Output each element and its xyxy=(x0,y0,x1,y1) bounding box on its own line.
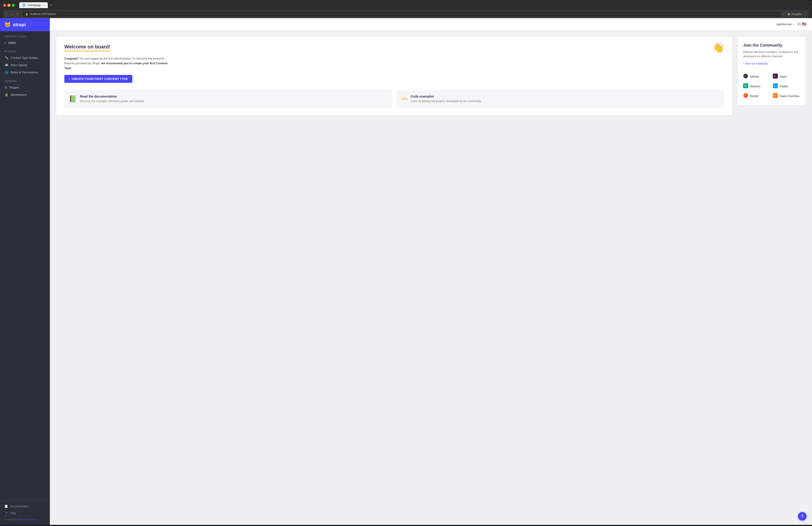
bookmark-icon[interactable]: ☆ xyxy=(783,12,785,16)
sidebar-item-content-type-builder[interactable]: ✏️ Content Type Builder xyxy=(0,54,50,61)
sidebar-item-content-type-builder-label: Content Type Builder xyxy=(11,56,38,60)
stackoverflow-label: Stack Overflow xyxy=(780,94,799,98)
svg-text:#: # xyxy=(774,74,775,78)
congrats-text: Congrats! You are logged as the first ad… xyxy=(64,56,173,70)
community-desc: Discuss with team members, contributors … xyxy=(743,50,800,59)
right-panel: paulbocuse ▾ EN 🇺🇸 Welcome on board! 👋 xyxy=(50,18,812,525)
forward-button[interactable]: › xyxy=(11,12,14,16)
sidebar-item-documentation-label: Documentation xyxy=(10,505,29,508)
sidebar-item-plugins[interactable]: ⊞ Plugins xyxy=(0,84,50,91)
sidebar-item-marketplace[interactable]: 🔒 Marketplace xyxy=(0,91,50,98)
tab-title: Homepage xyxy=(28,4,41,7)
refresh-button[interactable]: ↻ xyxy=(16,12,20,16)
community-title: Join the Community xyxy=(743,43,800,48)
code-card-desc: Learn by testing real projects developed… xyxy=(410,99,481,103)
svg-text:R: R xyxy=(744,94,746,97)
main-content: Welcome on board! 👋 Congrats! You are lo… xyxy=(50,30,812,525)
svg-text:⊙: ⊙ xyxy=(744,74,746,78)
address-bar[interactable]: 🔒 localhost:1337/admin/ xyxy=(23,11,780,17)
code-card-content: Code examples Learn by testing real proj… xyxy=(410,95,481,103)
docs-icon: 📗 xyxy=(69,95,77,103)
active-tab[interactable]: 🌐 Homepage ✕ xyxy=(19,2,48,8)
congrats-prefix: Congrats! xyxy=(64,57,78,60)
username-text: paulbocuse xyxy=(777,22,792,26)
strapi-version-link[interactable]: Strapi v3.0.0-next.33 xyxy=(17,518,38,521)
create-btn-arrow: › xyxy=(69,77,70,80)
lock-sidebar-icon: 🔒 xyxy=(4,93,9,96)
help-fab-button[interactable]: ? xyxy=(798,512,807,521)
github-link[interactable]: ⊙ GitHub xyxy=(743,74,770,80)
browser-chrome: 🌐 Homepage ✕ + ‹ › ↻ 🔒 localhost:1337/ad… xyxy=(0,0,812,18)
medium-label: Medium xyxy=(750,85,760,88)
address-bar-row: ‹ › ↻ 🔒 localhost:1337/admin/ ☆ 🕵️ Incog… xyxy=(3,10,809,18)
tab-bar: 🌐 Homepage ✕ + xyxy=(19,2,53,8)
sidebar-item-users[interactable]: Users xyxy=(0,39,50,46)
back-button[interactable]: ‹ xyxy=(5,12,9,16)
sidebar-item-marketplace-label: Marketplace xyxy=(11,93,27,96)
twitter-label: Twitter xyxy=(780,85,788,88)
lock-icon: 🔒 xyxy=(25,13,28,16)
svg-text:M: M xyxy=(744,84,746,88)
maximize-button[interactable] xyxy=(12,4,15,7)
slack-label: Slack xyxy=(780,75,787,78)
slack-link[interactable]: # Slack xyxy=(773,74,800,80)
sidebar-item-roles-permissions[interactable]: 👥 Roles & Permissions xyxy=(0,69,50,76)
browser-menu-icon[interactable]: ⋮ xyxy=(803,12,807,16)
reddit-icon: R xyxy=(743,93,748,99)
users-icon: 👥 xyxy=(4,70,9,74)
create-content-type-button[interactable]: › CREATE YOUR FIRST CONTENT TYPE xyxy=(64,75,132,83)
docs-resource-card[interactable]: 📗 Read the documentation Discover the co… xyxy=(64,90,392,108)
grid-icon: ⊞ xyxy=(4,86,7,89)
medium-link[interactable]: M Medium xyxy=(743,83,770,89)
incognito-label: 🕵️ Incognito xyxy=(787,13,801,16)
strapi-logo-text: strapi xyxy=(13,22,26,27)
incognito-icon: 🕵️ xyxy=(787,13,791,16)
community-card: Join the Community Discuss with team mem… xyxy=(738,37,806,105)
github-icon: ⊙ xyxy=(743,74,748,80)
create-btn-label: CREATE YOUR FIRST CONTENT TYPE xyxy=(72,77,128,80)
sidebar-item-files-upload[interactable]: ☁️ Files Upload xyxy=(0,61,50,69)
app-header: paulbocuse ▾ EN 🇺🇸 xyxy=(50,18,812,30)
sidebar-item-roles-permissions-label: Roles & Permissions xyxy=(11,71,38,74)
general-section-label: GENERAL xyxy=(0,76,50,84)
content-types-section-label: CONTENT TYPES xyxy=(0,31,50,39)
sidebar-item-users-label: Users xyxy=(8,41,16,44)
language-selector[interactable]: EN 🇺🇸 xyxy=(797,22,807,26)
active-dot-icon xyxy=(4,42,6,43)
reddit-link[interactable]: R Reddit xyxy=(743,93,770,99)
svg-text:S: S xyxy=(774,94,775,97)
sidebar-item-files-upload-label: Files Upload xyxy=(11,63,27,67)
flag-icon: 🇺🇸 xyxy=(802,22,807,26)
new-tab-button[interactable]: + xyxy=(49,3,54,8)
twitter-link[interactable]: t Twitter xyxy=(773,83,800,89)
minimize-button[interactable] xyxy=(8,4,11,7)
roadmap-label: See our roadmap xyxy=(745,62,768,65)
docs-card-content: Read the documentation Discover the conc… xyxy=(80,95,145,103)
code-resource-card[interactable]: </> Code examples Learn by testing real … xyxy=(396,90,724,108)
sidebar-item-documentation[interactable]: 📄 Documentation xyxy=(0,503,50,510)
sidebar: 🐱 strapi CONTENT TYPES Users PLUGINS ✏️ … xyxy=(0,18,50,525)
github-label: GitHub xyxy=(750,75,759,78)
pencil-icon: ✏️ xyxy=(4,56,9,60)
sidebar-item-help-label: Help xyxy=(10,512,16,515)
powered-by: Powered by Strapi v3.0.0-next.33 xyxy=(0,516,50,523)
close-button[interactable] xyxy=(3,4,6,7)
tab-favicon-icon: 🌐 xyxy=(23,4,26,7)
sidebar-logo: 🐱 strapi xyxy=(0,18,50,31)
user-dropdown-icon: ▾ xyxy=(793,23,794,25)
roadmap-link[interactable]: › See our roadmap xyxy=(743,62,800,65)
sidebar-bottom: 📄 Documentation ❓ Help Powered by Strapi… xyxy=(0,500,50,525)
cloud-icon: ☁️ xyxy=(4,63,9,67)
community-links: ⊙ GitHub # Slack xyxy=(743,74,800,99)
browser-actions: ☆ 🕵️ Incognito ⋮ xyxy=(783,12,807,16)
svg-text:t: t xyxy=(774,84,774,88)
sidebar-item-plugins-label: Plugins xyxy=(10,86,19,89)
plugins-section-label: PLUGINS xyxy=(0,46,50,54)
roadmap-chevron-icon: › xyxy=(743,62,744,65)
tab-close-icon[interactable]: ✕ xyxy=(43,4,45,6)
user-menu[interactable]: paulbocuse ▾ xyxy=(777,22,794,26)
sidebar-item-help[interactable]: ❓ Help xyxy=(0,510,50,516)
welcome-title: Welcome on board! xyxy=(64,44,111,51)
stackoverflow-link[interactable]: S Stack Overflow xyxy=(773,93,800,99)
slack-icon: # xyxy=(773,74,778,80)
